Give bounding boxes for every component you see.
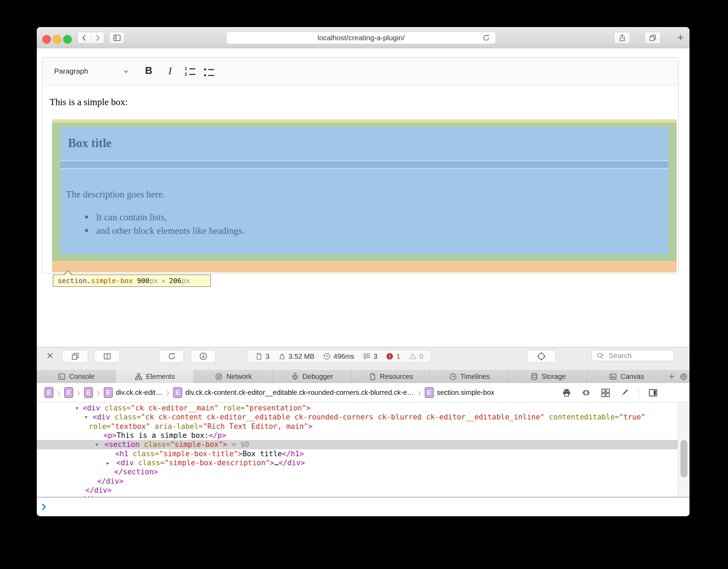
element-dimensions-tooltip: section.simple-box900px×206px bbox=[53, 274, 211, 287]
console-messages-badge[interactable]: 3 bbox=[363, 352, 377, 360]
bold-button[interactable]: B bbox=[145, 65, 152, 76]
breadcrumb-item[interactable]: E bbox=[84, 387, 93, 398]
reload-button[interactable] bbox=[482, 33, 491, 42]
tab-network[interactable]: Network bbox=[194, 370, 273, 383]
sidebar-icon bbox=[112, 33, 121, 42]
nav-button-group bbox=[77, 32, 104, 44]
devtools-reload-button[interactable] bbox=[159, 350, 184, 363]
tab-elements[interactable]: Elements bbox=[116, 370, 194, 383]
details-sidebar-button[interactable] bbox=[648, 388, 658, 398]
tab-overview-button[interactable] bbox=[645, 32, 661, 44]
dom-row[interactable]: </section> bbox=[37, 467, 689, 477]
new-tab-button[interactable] bbox=[675, 32, 686, 43]
devtools-tab-bar: ConsoleElementsNetworkDebuggerResourcesT… bbox=[37, 370, 689, 383]
disclosure-closed-icon[interactable]: ▶ bbox=[107, 458, 109, 468]
editor-paragraph[interactable]: This is a simple box: bbox=[50, 97, 128, 108]
box-description-text[interactable]: The description goes here. bbox=[66, 189, 165, 200]
scrollbar-thumb[interactable] bbox=[680, 440, 687, 477]
maximize-traffic-light[interactable] bbox=[63, 35, 72, 44]
dom-row-selected[interactable]: ▼<section class="simple-box"> = $0 bbox=[37, 440, 689, 449]
download-page-button[interactable] bbox=[191, 350, 215, 363]
breadcrumb-item[interactable]: Ediv.ck.ck-content.ck-editor__editable.c… bbox=[173, 387, 414, 398]
element-badge: E bbox=[64, 387, 73, 398]
error-count-badge[interactable]: ! 1 bbox=[386, 352, 400, 360]
devtools-settings-button[interactable] bbox=[678, 370, 689, 383]
print-styles-button[interactable] bbox=[561, 388, 572, 398]
address-bar[interactable]: localhost/creating-a-plugin/ bbox=[226, 32, 496, 44]
list-item[interactable]: and other block elements like headings. bbox=[96, 226, 244, 236]
back-button[interactable] bbox=[78, 32, 91, 43]
breadcrumb-item[interactable]: E bbox=[64, 387, 73, 398]
bulleted-list-button[interactable] bbox=[204, 68, 214, 77]
safari-window: localhost/creating-a-plugin/ Paragraph B… bbox=[37, 27, 689, 516]
warning-count-badge[interactable]: 0 bbox=[408, 352, 423, 360]
breadcrumb-tools bbox=[561, 383, 658, 402]
console-prompt-row[interactable] bbox=[37, 498, 689, 516]
show-source-button[interactable] bbox=[581, 388, 591, 398]
tab-debugger[interactable]: Debugger bbox=[273, 370, 352, 383]
tab-canvas[interactable]: Canvas bbox=[587, 370, 666, 383]
minimize-traffic-light[interactable] bbox=[53, 35, 61, 44]
svg-text:!: ! bbox=[389, 354, 390, 359]
add-tab-button[interactable] bbox=[666, 370, 678, 383]
dom-row[interactable]: <p>This is a simple box:</p> bbox=[37, 431, 689, 440]
close-devtools-button[interactable] bbox=[44, 350, 56, 361]
inspector-content-highlight-title bbox=[60, 127, 668, 160]
breadcrumb-separator: › bbox=[418, 386, 421, 399]
tooltip-height: 206 bbox=[169, 277, 181, 285]
element-badge: E bbox=[104, 387, 113, 398]
search-scope-icon[interactable] bbox=[596, 351, 605, 360]
dom-row[interactable]: </div> bbox=[37, 486, 689, 495]
chevron-down-icon[interactable] bbox=[123, 68, 129, 75]
chevron-right-icon bbox=[93, 34, 102, 42]
layout-grid-button[interactable] bbox=[600, 388, 611, 398]
inspect-element-button[interactable] bbox=[527, 350, 556, 363]
dom-row[interactable]: ▼<div class="ck ck-editor__main" role="p… bbox=[37, 404, 689, 413]
document-icon bbox=[255, 352, 263, 360]
tab-timelines[interactable]: Timelines bbox=[430, 370, 509, 383]
load-time-badge[interactable]: 496ms bbox=[323, 352, 354, 360]
plus-icon bbox=[668, 373, 676, 380]
dom-row[interactable]: ▼<div class="ck ck-content ck-editor__ed… bbox=[37, 413, 689, 422]
share-button[interactable] bbox=[614, 32, 630, 44]
dom-row[interactable]: </div> bbox=[37, 477, 689, 486]
grid-icon bbox=[600, 388, 611, 398]
breadcrumb-item[interactable]: Ediv.ck.ck-edit… bbox=[104, 387, 162, 398]
disclosure-open-icon[interactable]: ▼ bbox=[85, 413, 87, 422]
plus-icon bbox=[676, 33, 685, 42]
numbered-list-button[interactable]: 1 2 bbox=[185, 67, 195, 76]
tabs-icon bbox=[648, 33, 657, 42]
dock-side-button[interactable] bbox=[94, 350, 120, 363]
element-styles-button[interactable] bbox=[620, 388, 629, 398]
breadcrumb-separator: › bbox=[57, 386, 60, 399]
close-traffic-light[interactable] bbox=[42, 35, 51, 44]
tooltip-arrow bbox=[65, 271, 71, 275]
list-item[interactable]: It can contain lists, bbox=[96, 212, 167, 223]
disclosure-open-icon[interactable]: ▼ bbox=[95, 440, 98, 449]
box-title-text[interactable]: Box title bbox=[68, 136, 111, 150]
element-badge: E bbox=[84, 387, 93, 398]
url-text: localhost/creating-a-plugin/ bbox=[318, 34, 405, 42]
forward-button[interactable] bbox=[91, 32, 104, 43]
italic-button[interactable]: I bbox=[168, 65, 172, 77]
detach-window-icon bbox=[70, 351, 80, 361]
breadcrumb-item[interactable]: Esection.simple-box bbox=[425, 387, 494, 398]
dom-row[interactable]: ▶<div class="simple-box-description">…</… bbox=[37, 458, 689, 468]
detach-devtools-button[interactable] bbox=[62, 350, 88, 363]
transfer-size-badge[interactable]: 3.52 MB bbox=[278, 352, 314, 360]
dom-row[interactable]: role="textbox" aria-label="Rich Text Edi… bbox=[37, 422, 689, 431]
split-pane-icon bbox=[102, 351, 112, 361]
chevron-left-icon bbox=[80, 34, 88, 42]
tab-resources[interactable]: Resources bbox=[352, 370, 430, 383]
tab-console[interactable]: Console bbox=[37, 370, 116, 383]
dom-row[interactable]: <h1 class="simple-box-title">Box title</… bbox=[37, 449, 689, 459]
breadcrumb-item[interactable]: E bbox=[44, 387, 53, 398]
paragraph-dropdown[interactable]: Paragraph bbox=[54, 67, 88, 75]
tab-storage[interactable]: Storage bbox=[509, 370, 587, 383]
paintbrush-icon bbox=[620, 388, 629, 398]
sidebar-toggle-button[interactable] bbox=[109, 32, 125, 44]
resource-count-badge[interactable]: 3 bbox=[255, 352, 269, 360]
code-brackets-icon bbox=[581, 388, 591, 398]
disclosure-open-icon[interactable]: ▼ bbox=[76, 404, 78, 413]
toolbar-divider bbox=[638, 388, 639, 398]
